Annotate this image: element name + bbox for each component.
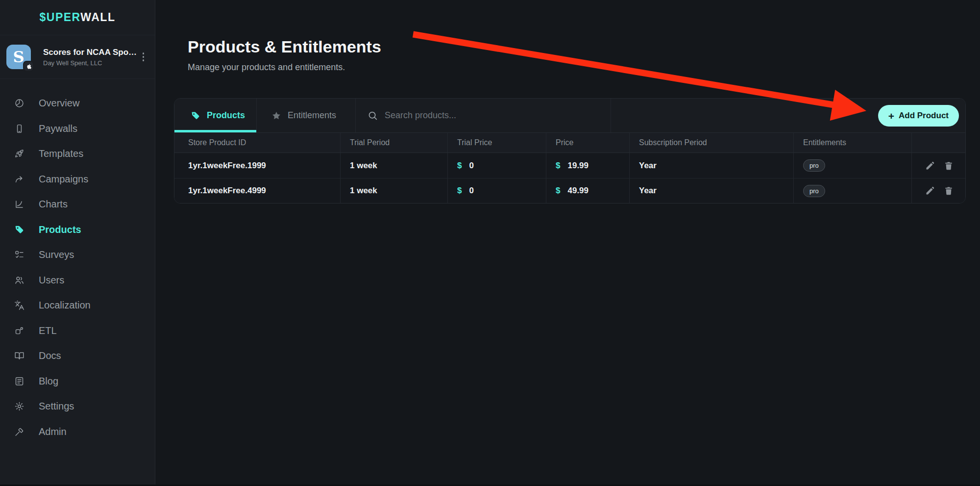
add-product-label: Add Product [899, 111, 949, 121]
sidebar-item-campaigns[interactable]: Campaigns [0, 167, 155, 192]
currency-symbol: $ [556, 161, 560, 171]
cell-store-product-id: 1yr.1weekFree.4999 [174, 179, 340, 203]
brand-logo: $UPERWALL [0, 0, 155, 35]
tab-products[interactable]: Products [174, 99, 257, 132]
blog-icon [14, 376, 24, 386]
docs-icon [14, 351, 24, 361]
brand-logo-accent: $UPER [40, 11, 81, 24]
sidebar-item-label: Blog [39, 376, 58, 387]
edit-button[interactable] [925, 161, 935, 171]
sidebar: $UPERWALL S Scores for NCAA Spo… Day Wel… [0, 0, 155, 486]
price-value: 49.99 [567, 186, 588, 196]
sidebar-nav: Overview Paywalls Templates Campaigns Ch… [0, 91, 155, 444]
cell-actions [911, 179, 965, 203]
entitlement-badge: pro [803, 159, 825, 172]
sidebar-item-etl[interactable]: ETL [0, 318, 155, 344]
charts-icon [14, 199, 24, 209]
sidebar-item-blog[interactable]: Blog [0, 369, 155, 394]
page-subtitle: Manage your products and entitlements. [188, 62, 345, 73]
sidebar-item-label: ETL [39, 325, 57, 336]
paywalls-icon [14, 124, 24, 134]
column-header-store-product-id: Store Product ID [174, 133, 340, 153]
app-meta: Scores for NCAA Spo… Day Well Spent, LLC [43, 48, 138, 67]
settings-icon [14, 401, 24, 411]
apple-platform-icon [23, 61, 34, 72]
cell-subscription-period: Year [629, 179, 793, 203]
app-company: Day Well Spent, LLC [43, 59, 138, 67]
sidebar-item-label: Surveys [39, 249, 74, 260]
cell-price: $19.99 [546, 153, 629, 178]
etl-icon [14, 326, 24, 336]
sidebar-item-docs[interactable]: Docs [0, 343, 155, 369]
tab-label: Products [207, 110, 245, 121]
sidebar-item-label: Charts [39, 199, 68, 210]
tab-bar: Products Entitlements + Add Product [174, 99, 965, 133]
cell-trial-period: 1 week [340, 179, 447, 203]
sidebar-item-settings[interactable]: Settings [0, 394, 155, 419]
search-icon [368, 110, 378, 121]
cell-entitlements: pro [793, 153, 911, 178]
delete-button[interactable] [944, 186, 954, 196]
brand-logo-rest: WALL [80, 11, 115, 24]
table-row: 1yr.1weekFree.1999 1 week $0 $19.99 Year… [174, 153, 965, 178]
sidebar-item-charts[interactable]: Charts [0, 192, 155, 217]
sidebar-item-overview[interactable]: Overview [0, 91, 155, 116]
sidebar-item-products[interactable]: Products [0, 217, 155, 243]
sidebar-item-surveys[interactable]: Surveys [0, 242, 155, 268]
sidebar-item-label: Products [39, 224, 81, 235]
edit-button[interactable] [925, 186, 935, 196]
main-content: Products & Entitlements Manage your prod… [155, 0, 980, 486]
sidebar-item-label: Overview [39, 98, 79, 109]
cell-price: $49.99 [546, 179, 629, 203]
currency-symbol: $ [457, 161, 462, 171]
trial-price-value: 0 [469, 161, 473, 171]
column-header-actions [911, 133, 965, 153]
column-header-subscription-period: Subscription Period [629, 133, 793, 153]
sidebar-item-localization[interactable]: Localization [0, 293, 155, 318]
cell-trial-price: $0 [447, 153, 546, 178]
tab-label: Entitlements [288, 110, 336, 121]
surveys-icon [14, 250, 24, 260]
cell-trial-period: 1 week [340, 153, 447, 178]
admin-icon [14, 427, 24, 437]
column-header-trial-price: Trial Price [447, 133, 546, 153]
cell-subscription-period: Year [629, 153, 793, 178]
delete-button[interactable] [944, 161, 954, 171]
entitlement-badge: pro [803, 185, 825, 197]
cell-actions [911, 153, 965, 178]
sidebar-item-paywalls[interactable]: Paywalls [0, 116, 155, 142]
localization-icon [14, 300, 24, 310]
sidebar-item-label: Paywalls [39, 123, 77, 134]
cell-entitlements: pro [793, 179, 911, 203]
search-box [356, 99, 611, 132]
star-icon [271, 111, 281, 121]
page-title: Products & Entitlements [188, 37, 381, 56]
products-card: Products Entitlements + Add Product Stor… [174, 98, 966, 204]
trial-price-value: 0 [469, 186, 473, 196]
sidebar-item-label: Templates [39, 148, 83, 159]
app-selector[interactable]: S Scores for NCAA Spo… Day Well Spent, L… [0, 35, 155, 79]
column-header-trial-period: Trial Period [340, 133, 447, 153]
sidebar-item-templates[interactable]: Templates [0, 141, 155, 167]
sidebar-item-label: Docs [39, 350, 61, 361]
sidebar-item-admin[interactable]: Admin [0, 419, 155, 445]
pencil-icon [925, 186, 935, 196]
add-product-button[interactable]: + Add Product [878, 105, 959, 127]
overview-icon [14, 98, 24, 108]
campaigns-icon [14, 174, 24, 184]
kebab-menu-icon[interactable] [141, 50, 147, 64]
sidebar-item-label: Campaigns [39, 174, 88, 185]
search-input[interactable] [385, 110, 590, 121]
users-icon [14, 275, 24, 285]
trash-icon [944, 186, 954, 196]
tag-icon [191, 111, 200, 121]
table-row: 1yr.1weekFree.4999 1 week $0 $49.99 Year… [174, 178, 965, 203]
price-value: 19.99 [567, 161, 588, 171]
pencil-icon [925, 161, 935, 171]
sidebar-item-label: Settings [39, 401, 74, 412]
sidebar-item-users[interactable]: Users [0, 268, 155, 293]
tab-entitlements[interactable]: Entitlements [257, 99, 356, 132]
sidebar-item-label: Localization [39, 300, 91, 311]
app-name: Scores for NCAA Spo… [43, 48, 138, 57]
templates-icon [14, 149, 24, 159]
